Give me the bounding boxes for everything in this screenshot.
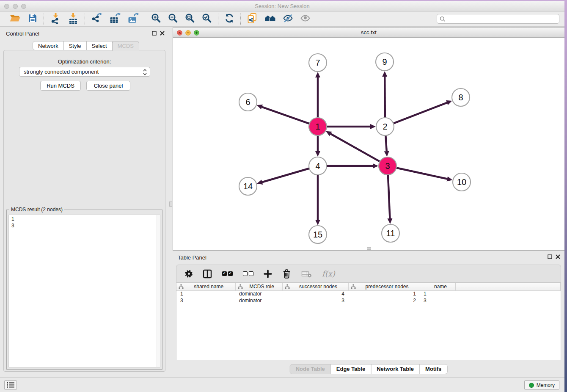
table-row[interactable]: 1dominator411 <box>176 290 561 297</box>
run-mcds-button[interactable]: Run MCDS <box>40 81 81 91</box>
zoom-in-button[interactable] <box>151 13 161 25</box>
cell[interactable]: dominator <box>235 297 282 304</box>
graph-edge-2-9[interactable] <box>385 77 385 119</box>
show-all-button[interactable] <box>300 13 311 25</box>
graph-node-8[interactable]: 8 <box>452 88 470 106</box>
tab-motifs[interactable]: Motifs <box>419 364 447 374</box>
column-header-mcds-role[interactable]: MCDS role <box>235 283 282 290</box>
save-session-button[interactable] <box>28 13 38 25</box>
add-row-button[interactable] <box>264 270 272 278</box>
import-table-button[interactable] <box>68 13 79 26</box>
column-header-predecessor-nodes[interactable]: predecessor nodes <box>348 283 420 290</box>
export-network-icon <box>91 13 102 25</box>
task-history-button[interactable] <box>4 380 17 390</box>
graph-edge-2-8[interactable] <box>392 103 447 124</box>
close-network-button[interactable] <box>177 30 182 36</box>
column-header-shared-name[interactable]: shared name <box>176 283 235 290</box>
graph-edge-3-1[interactable] <box>330 134 381 162</box>
tab-network[interactable]: Network <box>33 41 64 50</box>
table-row[interactable]: 3dominator323 <box>176 297 561 304</box>
float-panel-icon[interactable] <box>152 31 157 36</box>
plus-icon <box>264 270 272 278</box>
graph-node-2[interactable]: 2 <box>376 118 394 135</box>
float-table-panel-icon[interactable] <box>548 254 552 259</box>
cell[interactable]: 2 <box>348 297 420 304</box>
cell[interactable]: dominator <box>235 290 282 297</box>
cell[interactable]: 3 <box>176 297 235 304</box>
tab-select[interactable]: Select <box>86 41 113 50</box>
main-toolbar <box>0 12 564 27</box>
graph-node-3[interactable]: 3 <box>379 157 396 175</box>
criterion-value: strongly connected component <box>24 69 99 75</box>
cell[interactable]: 3 <box>282 297 348 304</box>
zoom-out-button[interactable] <box>168 13 178 25</box>
cell[interactable]: 4 <box>282 290 348 297</box>
graph-edge-3-11[interactable] <box>388 174 390 218</box>
cell[interactable]: 1 <box>176 290 235 297</box>
graph-node-10[interactable]: 10 <box>453 173 471 191</box>
delete-table-button[interactable] <box>301 270 312 278</box>
first-neighbors-button[interactable] <box>264 13 276 25</box>
search-input[interactable] <box>437 14 559 24</box>
graph-edge-4-14[interactable] <box>262 168 311 182</box>
column-header-name[interactable]: name <box>420 283 455 290</box>
delete-row-button[interactable] <box>282 269 291 279</box>
graph-edge-1-6[interactable] <box>262 107 311 124</box>
graph-node-1[interactable]: 1 <box>309 118 327 135</box>
open-session-button[interactable] <box>9 13 21 25</box>
cell[interactable]: 3 <box>420 297 455 304</box>
zoom-network-button[interactable] <box>194 30 199 36</box>
close-window-button[interactable] <box>4 4 9 9</box>
graph-node-4[interactable]: 4 <box>309 157 327 175</box>
optimization-criterion-select[interactable]: strongly connected component <box>19 67 150 77</box>
tab-mcds[interactable]: MCDS <box>112 41 139 51</box>
deselect-all-button[interactable] <box>243 271 253 276</box>
graph-node-15[interactable]: 15 <box>309 226 327 243</box>
hide-selected-button[interactable] <box>283 13 293 25</box>
network-window-titlebar[interactable]: scc.txt <box>173 28 564 38</box>
graph-node-9[interactable]: 9 <box>376 53 394 71</box>
graph-node-14[interactable]: 14 <box>239 177 257 195</box>
tab-style[interactable]: Style <box>63 41 87 50</box>
close-table-panel-icon[interactable] <box>556 254 560 259</box>
cell[interactable]: 1 <box>348 290 420 297</box>
memory-button[interactable]: Memory <box>524 380 559 390</box>
graph-arrowhead <box>384 151 389 157</box>
close-panel-icon[interactable] <box>160 31 165 36</box>
splitter-handle[interactable] <box>169 202 172 207</box>
table-panel: Table Panel <box>173 251 564 377</box>
tab-edge-table[interactable]: Edge Table <box>330 364 371 374</box>
mcds-result-area[interactable]: 1 3 <box>8 215 160 367</box>
minimize-window-button[interactable] <box>13 4 18 9</box>
table-settings-button[interactable] <box>185 270 193 278</box>
copy-view-button[interactable] <box>247 13 258 26</box>
graph-node-6[interactable]: 6 <box>239 93 257 111</box>
import-network-button[interactable] <box>50 13 61 26</box>
zoom-fit-button[interactable] <box>185 13 195 25</box>
export-network-button[interactable] <box>91 13 102 25</box>
export-image-button[interactable] <box>127 13 139 25</box>
zoom-window-button[interactable] <box>21 4 26 9</box>
column-header-successor-nodes[interactable]: successor nodes <box>282 283 348 290</box>
zoom-selected-button[interactable] <box>202 13 212 25</box>
function-builder-button[interactable]: f(x) <box>322 269 335 278</box>
close-panel-button[interactable]: Close panel <box>86 81 130 91</box>
tab-node-table[interactable]: Node Table <box>290 364 331 374</box>
graph-edge-3-10[interactable] <box>395 168 447 179</box>
graph-edge-2-3[interactable] <box>385 134 387 151</box>
minimize-network-button[interactable] <box>185 30 191 36</box>
column-label: name <box>434 284 447 290</box>
show-columns-button[interactable] <box>203 269 212 279</box>
export-table-button[interactable] <box>109 13 121 25</box>
control-panel: Control Panel NetworkStyleSelectMCDS Opt… <box>0 27 169 377</box>
result-scrollbar[interactable] <box>157 215 160 367</box>
network-canvas[interactable]: 7968124314101511 <box>173 38 564 250</box>
tab-network-table[interactable]: Network Table <box>371 364 420 374</box>
graph-node-11[interactable]: 11 <box>382 224 399 242</box>
refresh-view-button[interactable] <box>224 13 234 25</box>
canvas-resize-handle[interactable] <box>367 247 371 250</box>
panel-splitter[interactable] <box>169 27 173 377</box>
cell[interactable]: 1 <box>420 290 455 297</box>
graph-node-7[interactable]: 7 <box>309 54 327 72</box>
select-all-button[interactable] <box>222 271 233 276</box>
